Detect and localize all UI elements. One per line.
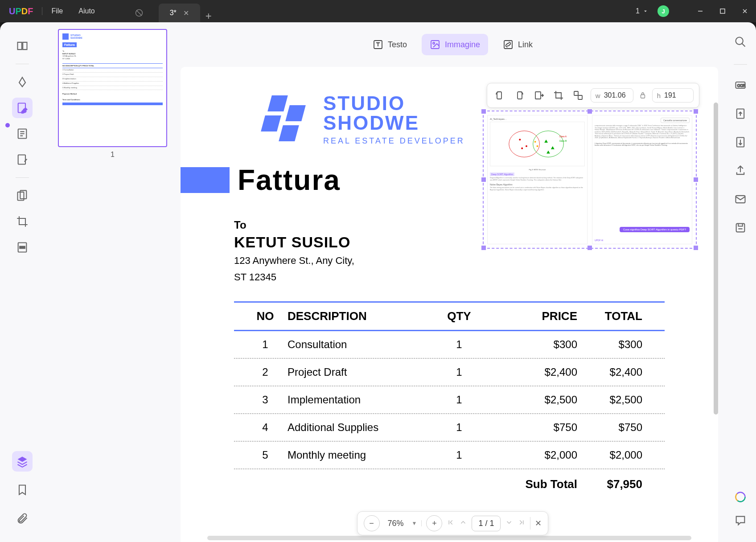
search-icon	[734, 36, 747, 48]
prev-page-button[interactable]	[459, 518, 467, 529]
crop-tool[interactable]	[12, 211, 33, 232]
resize-handle[interactable]	[588, 246, 592, 250]
organize-tool[interactable]	[12, 123, 33, 144]
tab-close-icon[interactable]: ✕	[183, 9, 189, 17]
chevron-down-icon	[505, 518, 513, 526]
resize-handle[interactable]	[694, 177, 698, 182]
svg-rect-8	[20, 246, 25, 249]
redact-tool[interactable]	[12, 237, 33, 258]
resize-handle[interactable]	[588, 109, 592, 114]
fill-sign-tool[interactable]	[12, 149, 33, 170]
crop-image-button[interactable]	[551, 88, 566, 103]
link-tool[interactable]: Link	[495, 34, 541, 55]
page-dropdown[interactable]: 1	[636, 7, 649, 15]
rotate-left-button[interactable]	[493, 88, 507, 103]
zoom-bar: − 76% ▼ + 1 / 1 ✕	[357, 511, 549, 535]
width-input[interactable]: w 301.06	[591, 88, 633, 103]
height-input[interactable]: h 191	[652, 88, 694, 103]
next-page-button[interactable]	[505, 518, 513, 529]
svg-rect-4	[18, 155, 25, 164]
resize-handle[interactable]	[694, 109, 698, 114]
form-icon	[16, 127, 29, 140]
tabs: 3* ✕ +	[124, 0, 212, 22]
chevron-up-icon	[459, 518, 467, 526]
ai-button[interactable]	[734, 491, 747, 503]
close-zoom-bar[interactable]: ✕	[535, 518, 542, 528]
compress-button[interactable]	[734, 136, 747, 150]
document-viewport[interactable]: STUDIO SHODWE REAL ESTATE DEVELOPER Fatt…	[181, 67, 718, 542]
to-label: To	[234, 219, 354, 231]
page-input[interactable]: 1 / 1	[472, 516, 501, 531]
annotate-tool[interactable]	[12, 72, 33, 92]
col-qty: QTY	[430, 309, 488, 323]
invoice-table: NO DESCRIPTION QTY PRICE TOTAL 1Consulta…	[234, 301, 665, 499]
share-button[interactable]	[734, 164, 747, 179]
bookmark-button[interactable]	[12, 480, 33, 500]
crop-icon	[553, 90, 564, 101]
svg-rect-13	[497, 92, 501, 99]
avatar[interactable]: J	[657, 5, 669, 17]
resize-handle[interactable]	[481, 246, 486, 250]
convert-button[interactable]	[734, 107, 747, 122]
thumbnail-page[interactable]: STUDIOSHODWE Fattura ToKETUT SUSILO123 A…	[58, 29, 167, 147]
table-header: NO DESCRIPTION QTY PRICE TOTAL	[234, 303, 665, 331]
zoom-in-button[interactable]: +	[426, 515, 442, 531]
selected-image[interactable]: AI_Techniques… Class A Class B	[483, 111, 697, 249]
comment-button[interactable]	[734, 514, 747, 529]
extract-icon	[534, 90, 544, 101]
image-icon	[430, 39, 440, 50]
menu-file[interactable]: File	[51, 7, 63, 15]
table-row: 2Project Draft1$2,400$2,400	[234, 359, 665, 386]
extract-button[interactable]	[532, 88, 546, 103]
text-tool[interactable]: Testo	[365, 34, 415, 55]
reader-tool[interactable]	[12, 36, 33, 56]
resize-handle[interactable]	[481, 177, 486, 182]
image-tool[interactable]: Immagine	[422, 34, 488, 55]
titlebar-right: 1 J	[636, 0, 756, 22]
resize-handle[interactable]	[694, 246, 698, 250]
invoice-to: To KETUT SUSILO 123 Anywhere St., Any Ci…	[234, 219, 354, 283]
svg-point-21	[519, 139, 521, 140]
email-button[interactable]	[734, 193, 747, 207]
close-icon	[742, 8, 748, 14]
save-icon	[734, 222, 747, 234]
tab-inactive[interactable]	[124, 4, 159, 22]
attachment-button[interactable]	[12, 508, 33, 529]
rotate-right-button[interactable]	[512, 88, 526, 103]
svg-rect-34	[736, 224, 745, 232]
save-button[interactable]	[734, 222, 747, 236]
redact-icon	[16, 241, 29, 254]
separator	[42, 7, 42, 15]
horizontal-scrollbar[interactable]	[207, 536, 691, 540]
zoom-out-button[interactable]: −	[364, 515, 380, 531]
svg-text:Class B: Class B	[559, 140, 567, 142]
svg-rect-18	[641, 95, 645, 99]
to-address-1: 123 Anywhere St., Any City,	[234, 255, 354, 267]
search-button[interactable]	[734, 36, 747, 50]
replace-button[interactable]	[571, 88, 585, 103]
svg-point-28	[736, 37, 743, 45]
lock-ratio-icon[interactable]	[639, 91, 647, 99]
tab-active[interactable]: 3* ✕	[159, 4, 200, 22]
maximize-button[interactable]	[711, 0, 734, 22]
image-edit-toolbar: w 301.06 h 191	[487, 83, 699, 108]
layers-button[interactable]	[12, 451, 33, 472]
title-bar	[181, 167, 230, 193]
separator	[530, 517, 530, 530]
to-address-2: ST 12345	[234, 271, 354, 284]
menu-help[interactable]: Aiuto	[78, 7, 94, 15]
zoom-dropdown[interactable]: ▼	[412, 520, 422, 526]
minimize-button[interactable]	[689, 0, 711, 22]
pages-tool[interactable]	[12, 185, 33, 206]
resize-handle[interactable]	[481, 109, 486, 114]
last-page-button[interactable]	[518, 518, 526, 529]
ocr-button[interactable]: OCR	[734, 79, 747, 93]
to-name: KETUT SUSILO	[234, 234, 354, 251]
svg-text:OCR: OCR	[737, 84, 745, 88]
close-button[interactable]	[734, 0, 756, 22]
tab-add-button[interactable]: +	[205, 10, 212, 22]
rotate-left-icon	[494, 90, 505, 101]
first-page-button[interactable]	[447, 518, 455, 529]
edit-tool[interactable]	[12, 98, 33, 118]
logo-mark	[256, 95, 310, 144]
